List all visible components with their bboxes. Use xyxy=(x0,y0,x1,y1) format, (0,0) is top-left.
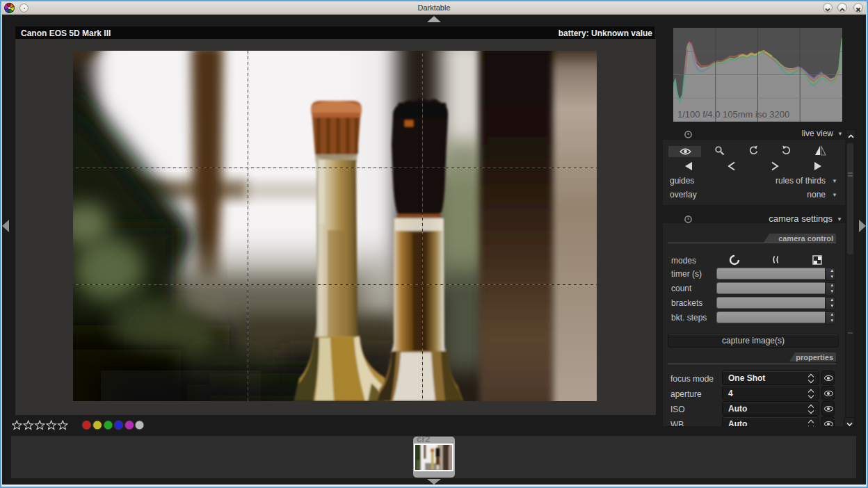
svg-text:1/100 f/4.0 105mm iso 3200: 1/100 f/4.0 105mm iso 3200 xyxy=(677,109,789,120)
